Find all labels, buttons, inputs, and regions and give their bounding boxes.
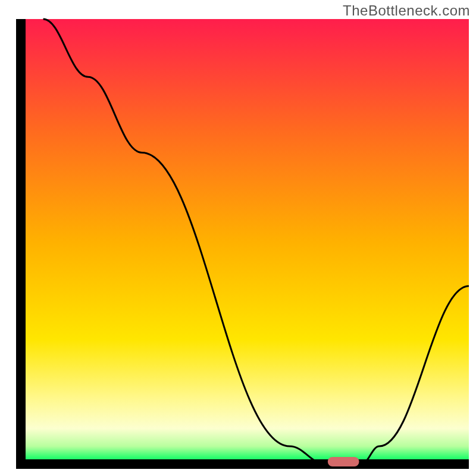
watermark-text: TheBottleneck.com bbox=[343, 2, 470, 19]
plot-background bbox=[21, 19, 469, 464]
chart-svg bbox=[0, 0, 476, 476]
optimal-marker bbox=[328, 457, 359, 466]
bottleneck-chart bbox=[0, 0, 476, 476]
